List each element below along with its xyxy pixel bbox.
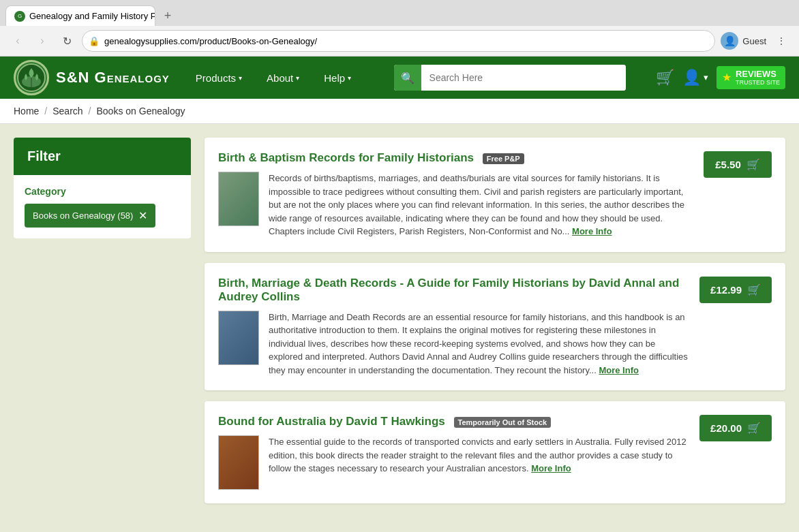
breadcrumb-sep-2: / (89, 106, 91, 116)
product-image-2 (218, 311, 259, 365)
breadcrumb-home[interactable]: Home (14, 106, 39, 116)
product-body-2: Birth, Marriage and Death Records are an… (218, 311, 689, 377)
product-top-3: Bound for Australia by David T Hawkings … (218, 415, 772, 490)
browser-tabs: G Genealogy and Family History P... × + (0, 0, 799, 26)
browser-tab-active[interactable]: G Genealogy and Family History P... × (5, 5, 155, 26)
nav-products-label: Products (196, 72, 236, 84)
reviews-text-block: REVIEWS TRUSTED SITE (736, 69, 780, 87)
tab-favicon: G (14, 11, 25, 22)
product-card-2: Birth, Marriage & Death Records - A Guid… (205, 263, 785, 391)
nav-about[interactable]: About ▾ (254, 57, 312, 99)
search-box: 🔍 (394, 65, 626, 91)
product-badge-1: Free P&P (483, 153, 524, 164)
user-icon: 👤 (682, 69, 701, 87)
reviews-label: REVIEWS (736, 69, 780, 80)
user-dropdown-arrow: ▾ (704, 72, 708, 82)
product-body-3: The essential guide to the records of tr… (218, 435, 689, 490)
filter-body: Category Books on Genealogy (58) ✕ (14, 175, 191, 238)
header-icons: 🛒 👤 ▾ ★ REVIEWS TRUSTED SITE (656, 66, 785, 89)
logo-circle (14, 60, 49, 95)
product-top-1: Birth & Baptism Records for Family Histo… (218, 151, 772, 238)
filter-category-label: Category (25, 186, 180, 197)
cart-icon-btn-3: 🛒 (747, 422, 761, 435)
product-more-link-1[interactable]: More Info (572, 226, 612, 236)
search-area: 🔍 (363, 65, 656, 91)
product-body-1: Records of births/baptisms, marriages, a… (218, 172, 693, 238)
back-btn[interactable]: ‹ (8, 31, 27, 50)
refresh-btn[interactable]: ↻ (57, 31, 76, 50)
breadcrumb-search[interactable]: Search (52, 106, 82, 116)
address-input[interactable] (82, 30, 715, 52)
nav-menu: Products ▾ About ▾ Help ▾ (183, 57, 363, 99)
product-image-1 (218, 172, 259, 226)
nav-help-label: Help (324, 72, 345, 84)
product-add-to-cart-3[interactable]: £20.00 🛒 (699, 415, 772, 441)
user-avatar-icon: 👤 (721, 32, 738, 50)
product-add-to-cart-2[interactable]: £12.99 🛒 (699, 277, 772, 303)
cart-icon[interactable]: 🛒 (656, 69, 674, 87)
logo-text: S&N Genealogy (56, 69, 170, 87)
new-tab-btn[interactable]: + (158, 6, 177, 25)
filter-sidebar: Filter Category Books on Genealogy (58) … (14, 138, 191, 519)
product-desc-3: The essential guide to the records of tr… (269, 435, 689, 490)
browser-menu-btn[interactable]: ⋮ (772, 31, 791, 50)
product-more-link-2[interactable]: More Info (599, 365, 639, 375)
search-submit-btn[interactable]: 🔍 (394, 65, 421, 91)
user-account-btn[interactable]: 👤 ▾ (682, 69, 708, 87)
product-card-1: Birth & Baptism Records for Family Histo… (205, 138, 785, 252)
reviews-star-icon: ★ (722, 71, 732, 84)
browser-controls: ‹ › ↻ 🔒 👤 Guest ⋮ (0, 26, 799, 56)
breadcrumb-current: Books on Genealogy (97, 106, 185, 116)
browser-chrome: G Genealogy and Family History P... × + … (0, 0, 799, 57)
cart-icon-btn-2: 🛒 (747, 283, 761, 296)
product-add-to-cart-1[interactable]: £5.50 🛒 (704, 151, 772, 178)
product-title-2[interactable]: Birth, Marriage & Death Records - A Guid… (218, 277, 689, 304)
product-price-1: £5.50 (715, 159, 741, 170)
nav-help[interactable]: Help ▾ (312, 57, 363, 99)
site-header: S&N Genealogy Products ▾ About ▾ Help ▾ … (0, 57, 799, 99)
product-desc-1: Records of births/baptisms, marriages, a… (269, 172, 693, 238)
product-price-2: £12.99 (710, 284, 742, 296)
product-card-3: Bound for Australia by David T Hawkings … (205, 401, 785, 503)
breadcrumb: Home / Search / Books on Genealogy (0, 99, 799, 124)
tab-title: Genealogy and Family History P... (29, 11, 155, 21)
nav-about-arrow: ▾ (296, 74, 299, 82)
nav-about-label: About (267, 72, 293, 84)
product-info-1: Birth & Baptism Records for Family Histo… (218, 151, 693, 238)
filter-tag-label: Books on Genealogy (58) (33, 210, 133, 221)
product-title-1[interactable]: Birth & Baptism Records for Family Histo… (218, 151, 693, 165)
product-desc-2: Birth, Marriage and Death Records are an… (269, 311, 689, 377)
product-info-3: Bound for Australia by David T Hawkings … (218, 415, 689, 490)
product-info-2: Birth, Marriage & Death Records - A Guid… (218, 277, 689, 377)
filter-header: Filter (14, 138, 191, 175)
reviews-sub-label: TRUSTED SITE (736, 79, 780, 87)
breadcrumb-sep-1: / (44, 106, 47, 116)
cart-icon-btn-1: 🛒 (747, 158, 760, 171)
search-input[interactable] (421, 65, 626, 91)
product-image-3 (218, 435, 259, 490)
product-price-3: £20.00 (710, 422, 742, 434)
product-title-3[interactable]: Bound for Australia by David T Hawkings … (218, 415, 689, 428)
main-content: Filter Category Books on Genealogy (58) … (0, 124, 799, 532)
product-list: Birth & Baptism Records for Family Histo… (205, 138, 785, 519)
browser-user-label: Guest (742, 36, 766, 46)
nav-products-arrow: ▾ (239, 74, 242, 82)
browser-user[interactable]: 👤 Guest (721, 32, 766, 50)
forward-btn[interactable]: › (33, 31, 52, 50)
filter-tag-remove-btn[interactable]: ✕ (138, 209, 147, 222)
filter-tag-books[interactable]: Books on Genealogy (58) ✕ (25, 204, 155, 228)
product-top-2: Birth, Marriage & Death Records - A Guid… (218, 277, 772, 377)
product-more-link-3[interactable]: More Info (531, 463, 571, 473)
address-bar-wrap: 🔒 (82, 30, 715, 52)
nav-help-arrow: ▾ (348, 74, 351, 82)
lock-icon: 🔒 (89, 36, 100, 46)
logo-svg (16, 63, 46, 93)
reviews-badge[interactable]: ★ REVIEWS TRUSTED SITE (717, 66, 785, 89)
nav-products[interactable]: Products ▾ (183, 57, 254, 99)
product-badge-3: Temporarily Out of Stock (454, 417, 552, 428)
logo-area[interactable]: S&N Genealogy (14, 60, 170, 95)
